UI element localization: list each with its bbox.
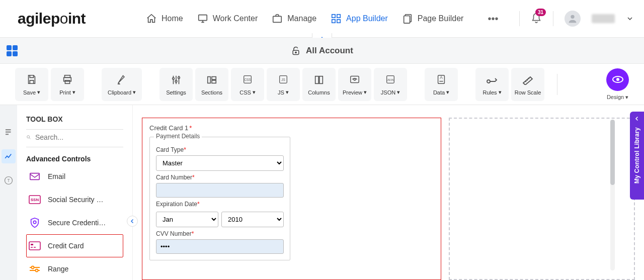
card-type-select[interactable]: Master: [156, 155, 284, 171]
svg-rect-17: [208, 76, 211, 83]
notifications-button[interactable]: 31: [531, 13, 542, 25]
css-button[interactable]: CSS CSS▾: [231, 68, 264, 101]
svg-point-48: [36, 269, 38, 272]
svg-rect-24: [315, 76, 318, 83]
empty-drop-zone[interactable]: [449, 118, 635, 280]
scrollbar[interactable]: [610, 120, 615, 270]
shield-icon: [29, 217, 40, 228]
print-icon: [62, 74, 73, 85]
item-label: Secure Credenti…: [48, 219, 106, 227]
rules-icon: [486, 74, 498, 84]
svg-rect-19: [212, 80, 216, 83]
nav-app-builder[interactable]: App Builder: [331, 13, 388, 24]
exp-year-select[interactable]: 2010: [221, 212, 284, 227]
avatar[interactable]: [565, 11, 581, 27]
nav-work-center-label: Work Center: [213, 14, 258, 23]
item-label: Credit Card: [48, 242, 84, 250]
rail-chart[interactable]: [2, 149, 16, 163]
fieldset-legend: Payment Details: [154, 133, 202, 140]
rail-text[interactable]: T: [2, 173, 16, 188]
eye-icon: [349, 74, 360, 85]
notification-count: 31: [535, 9, 546, 16]
clipboard-label: Clipboard: [108, 89, 131, 96]
row-scale-button[interactable]: Row Scale: [511, 68, 544, 101]
nav-page-builder[interactable]: Page Builder: [402, 13, 464, 24]
nav-more[interactable]: •••: [488, 13, 498, 25]
toolbox-item-ssn[interactable]: SSN Social Security …: [26, 188, 123, 211]
nav-work-center[interactable]: Work Center: [197, 13, 258, 24]
sliders-icon: [171, 74, 182, 85]
preview-button[interactable]: Preview▾: [338, 68, 371, 101]
toolbox-search[interactable]: [26, 130, 123, 147]
cvv-input[interactable]: [156, 239, 284, 254]
toolbox-section: Advanced Controls: [26, 155, 132, 163]
svg-text:T: T: [7, 178, 10, 183]
js-button[interactable]: JS JS▾: [267, 68, 300, 101]
sections-button[interactable]: Sections: [195, 68, 228, 101]
card-type-label: Card Type: [156, 146, 184, 153]
css-label: CSS: [239, 89, 251, 96]
scrollbar-thumb[interactable]: [610, 120, 615, 185]
nav-manage-label: Manage: [287, 14, 316, 23]
account-title: All Account: [306, 46, 353, 56]
toolbox-item-secure[interactable]: Secure Credenti…: [26, 211, 123, 234]
svg-rect-41: [30, 173, 39, 180]
js-label: JS: [278, 89, 284, 96]
expiration-label: Expiration Date: [156, 201, 197, 208]
card-number-label: Card Number: [156, 174, 192, 181]
save-label: Save: [23, 89, 36, 96]
json-button[interactable]: JSON JSON▾: [374, 68, 407, 101]
clipboard-button[interactable]: Clipboard▾: [102, 68, 142, 101]
ribbon: Save▾ Print▾ Clipboard▾ Settings Section…: [0, 64, 644, 105]
toolbox-item-credit-card[interactable]: Credit Card: [26, 234, 123, 257]
nav-app-builder-label: App Builder: [346, 14, 388, 23]
exp-month-select[interactable]: Jan: [156, 212, 218, 227]
credit-card-block[interactable]: Credit Card 1* Payment Details Card Type…: [142, 118, 441, 280]
card-number-input[interactable]: [156, 183, 284, 198]
forms-icon: [4, 128, 13, 137]
svg-rect-4: [332, 20, 335, 23]
data-label: Data: [433, 89, 445, 96]
toolbox-item-range[interactable]: Range: [26, 257, 123, 280]
ruler-icon: [522, 75, 534, 85]
control-library-panel[interactable]: My Control Library: [630, 112, 644, 200]
unlock-icon: [291, 46, 301, 56]
js-icon: JS: [278, 74, 289, 85]
svg-text:CSS: CSS: [244, 78, 251, 81]
rules-label: Rules: [482, 89, 497, 96]
toolbox-item-email[interactable]: Email: [26, 165, 123, 188]
data-button[interactable]: A Data▾: [425, 68, 458, 101]
search-input[interactable]: [35, 133, 123, 141]
home-icon: [146, 13, 157, 24]
toolbox-collapse[interactable]: [127, 216, 138, 227]
save-button[interactable]: Save▾: [15, 68, 48, 101]
rules-button[interactable]: Rules▾: [475, 68, 509, 101]
eye-icon: [612, 73, 624, 85]
columns-label: Columns: [308, 89, 330, 96]
design-label: Design: [607, 94, 624, 100]
ssn-icon: SSN: [29, 195, 41, 204]
preview-label: Preview: [343, 89, 362, 96]
svg-rect-45: [29, 242, 40, 250]
divider: [553, 11, 553, 26]
settings-button[interactable]: Settings: [159, 68, 193, 101]
control-library-label: My Control Library: [633, 127, 640, 183]
svg-point-34: [616, 78, 619, 81]
app-grid-button[interactable]: [6, 45, 18, 57]
print-button[interactable]: Print▾: [51, 68, 84, 101]
columns-button[interactable]: Columns: [302, 68, 336, 101]
username: [592, 14, 615, 23]
design-button[interactable]: Design▾: [606, 68, 629, 101]
svg-point-32: [487, 80, 490, 83]
nav-manage[interactable]: Manage: [272, 13, 316, 24]
svg-point-10: [295, 52, 296, 53]
nav-home[interactable]: Home: [146, 13, 183, 24]
chevron-down-icon[interactable]: [626, 15, 634, 23]
chevron-left-icon: [129, 218, 135, 224]
svg-point-44: [33, 221, 36, 224]
text-icon: T: [4, 176, 13, 185]
svg-text:JSON: JSON: [387, 78, 394, 81]
account-bar: All Account: [0, 38, 644, 64]
rail-forms[interactable]: [2, 125, 16, 139]
svg-rect-35: [6, 129, 11, 130]
